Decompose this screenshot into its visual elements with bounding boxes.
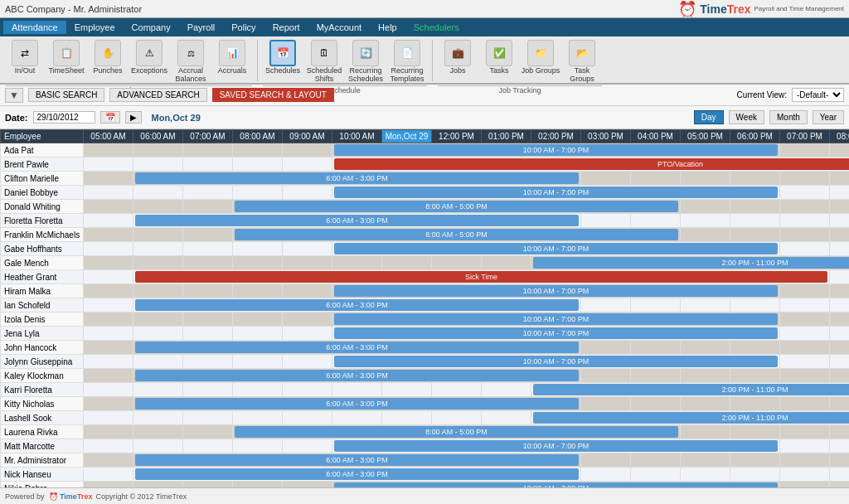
nav-employee[interactable]: Employee — [66, 21, 124, 34]
empty-time-cell — [830, 172, 850, 186]
empty-time-cell — [183, 327, 233, 341]
recurring-templates-button[interactable]: 📄 Recurring Templates — [387, 40, 427, 84]
job-groups-button[interactable]: 📁 Job Groups — [521, 40, 560, 84]
schedule-cell[interactable]: PTO/Vacation — [332, 158, 850, 172]
punches-button[interactable]: ✋ Punches — [88, 40, 128, 84]
employee-name: Matt Marcotte — [1, 439, 84, 453]
inout-button[interactable]: ⇄ In/Out — [5, 40, 45, 84]
empty-time-cell — [133, 482, 183, 488]
empty-time-cell — [133, 425, 183, 439]
empty-time-cell — [830, 284, 850, 298]
time-01pm: 01:00 PM — [482, 130, 531, 143]
empty-time-cell — [233, 439, 283, 453]
accrual-balances-button[interactable]: ⚖ Accrual Balances — [171, 40, 211, 84]
empty-time-cell — [233, 327, 283, 341]
schedule-container[interactable]: Employee 05:00 AM 06:00 AM 07:00 AM 08:0… — [0, 129, 849, 487]
table-row: Gabe Hoffhants10:00 AM - 7:00 PM09:00 — [1, 242, 850, 256]
week-view-button[interactable]: Week — [729, 110, 764, 124]
empty-time-cell — [681, 200, 730, 214]
empty-time-cell — [830, 439, 850, 453]
schedule-cell[interactable]: 10:00 AM - 7:00 PM — [332, 284, 780, 298]
day-view-button[interactable]: Day — [694, 110, 724, 124]
schedule-cell[interactable]: 10:00 AM - 7:00 PM — [332, 482, 780, 488]
job-tracking-label: Job Tracking — [438, 85, 602, 94]
attendance-section: ⇄ In/Out 📋 TimeSheet ✋ Punches ⚠ Excepti… — [5, 40, 252, 94]
nav-schedulers[interactable]: Schedulers — [405, 21, 468, 34]
schedule-cell[interactable]: 10:00 AM - 7:00 PM — [332, 313, 780, 327]
date-next-button[interactable]: ▶ — [125, 111, 142, 124]
schedule-cell[interactable]: 10:00 AM - 7:00 PM — [332, 327, 780, 341]
empty-time-cell — [84, 172, 133, 186]
schedule-cell[interactable]: 10:00 AM - 7:00 PM — [332, 439, 780, 453]
basic-search-tab[interactable]: BASIC SEARCH — [28, 88, 104, 102]
recurring-schedules-button[interactable]: 🔄 Recurring Schedules — [346, 40, 386, 84]
schedule-cell[interactable]: 6:00 AM - 3:00 PM — [133, 341, 581, 355]
schedules-button[interactable]: 📅 Schedules — [263, 40, 303, 84]
scheduled-shifts-button[interactable]: 🗓 Scheduled Shifts — [304, 40, 344, 84]
schedule-cell[interactable]: 6:00 AM - 3:00 PM — [133, 298, 581, 313]
empty-time-cell — [730, 397, 780, 411]
tasks-button[interactable]: ✅ Tasks — [479, 40, 519, 84]
schedule-cell[interactable]: 6:00 AM - 3:00 PM — [133, 214, 581, 228]
employee-name: Mr. Administrator — [1, 453, 84, 468]
date-picker-button[interactable]: 📅 — [100, 111, 120, 124]
schedule-cell[interactable]: 6:00 AM - 3:00 PM — [133, 369, 581, 383]
year-view-button[interactable]: Year — [813, 110, 844, 124]
empty-time-cell — [780, 369, 830, 383]
empty-time-cell — [730, 425, 780, 439]
empty-time-cell — [183, 158, 233, 172]
empty-time-cell — [830, 425, 850, 439]
nav-attendance[interactable]: Attendance — [3, 21, 66, 34]
empty-time-cell — [84, 482, 133, 488]
advanced-search-tab[interactable]: ADVANCED SEARCH — [109, 88, 206, 102]
schedule-cell[interactable]: Sick Time — [133, 270, 830, 284]
empty-time-cell — [780, 327, 830, 341]
nav-policy[interactable]: Policy — [223, 21, 264, 34]
schedule-grid: Employee 05:00 AM 06:00 AM 07:00 AM 08:0… — [0, 129, 849, 487]
schedule-cell[interactable]: 10:00 AM - 7:00 PM — [332, 355, 780, 369]
schedule-cell[interactable]: 6:00 AM - 3:00 PM — [133, 397, 581, 411]
app-title: ABC Company - Mr. Administrator — [5, 4, 142, 14]
employee-name: Laurena Rivka — [1, 425, 84, 439]
empty-time-cell — [84, 453, 133, 468]
schedule-cell[interactable]: 6:00 AM - 3:00 PM — [133, 468, 581, 482]
jobs-button[interactable]: 💼 Jobs — [438, 40, 478, 84]
schedule-cell[interactable]: 6:00 AM - 3:00 PM — [133, 453, 581, 468]
exceptions-button[interactable]: ⚠ Exceptions — [129, 40, 169, 84]
time-08am: 08:00 AM — [233, 130, 283, 143]
schedule-cell[interactable]: 10:00 AM - 7:00 PM — [332, 186, 780, 200]
task-groups-button[interactable]: 📂 Task Groups — [562, 40, 602, 84]
empty-time-cell — [780, 143, 830, 158]
schedule-cell[interactable]: 8:00 AM - 5:00 PM — [233, 425, 681, 439]
schedule-cell[interactable]: 2:00 PM - 11:00 PM — [531, 411, 850, 425]
schedule-cell[interactable]: 8:00 AM - 5:00 PM — [233, 200, 681, 214]
employee-name: Gale Mench — [1, 256, 84, 270]
empty-time-cell — [183, 482, 233, 488]
schedule-cell[interactable]: 6:00 AM - 3:00 PM — [133, 172, 581, 186]
nav-report[interactable]: Report — [264, 21, 308, 34]
nav-payroll[interactable]: Payroll — [179, 21, 224, 34]
empty-time-cell — [830, 186, 850, 200]
table-row: Ian Schofeld6:00 AM - 3:00 PM09:00 — [1, 298, 850, 313]
employee-name: Kitty Nicholas — [1, 397, 84, 411]
date-input[interactable] — [33, 111, 95, 124]
nav-company[interactable]: Company — [124, 21, 179, 34]
search-toggle[interactable]: ▼ — [5, 88, 23, 103]
schedule-cell[interactable]: 2:00 PM - 11:00 PM — [531, 256, 850, 270]
empty-time-cell — [84, 270, 133, 284]
month-view-button[interactable]: Month — [769, 110, 808, 124]
schedule-cell[interactable]: 10:00 AM - 7:00 PM — [332, 143, 780, 158]
nav-myaccount[interactable]: MyAccount — [308, 21, 370, 34]
schedule-cell[interactable]: 2:00 PM - 11:00 PM — [531, 383, 850, 397]
empty-time-cell — [84, 214, 133, 228]
saved-search-tab[interactable]: SAVED SEARCH & LAYOUT — [212, 88, 334, 102]
accruals-button[interactable]: 📊 Accruals — [212, 40, 252, 84]
current-view-select[interactable]: -Default- — [792, 88, 844, 102]
timesheet-button[interactable]: 📋 TimeSheet — [46, 40, 86, 84]
nav-help[interactable]: Help — [370, 21, 405, 34]
schedule-cell[interactable]: 10:00 AM - 7:00 PM — [332, 242, 780, 256]
schedule-cell[interactable]: 8:00 AM - 5:00 PM — [233, 228, 681, 242]
empty-time-cell — [681, 453, 730, 468]
empty-time-cell — [133, 228, 183, 242]
empty-time-cell — [84, 143, 133, 158]
